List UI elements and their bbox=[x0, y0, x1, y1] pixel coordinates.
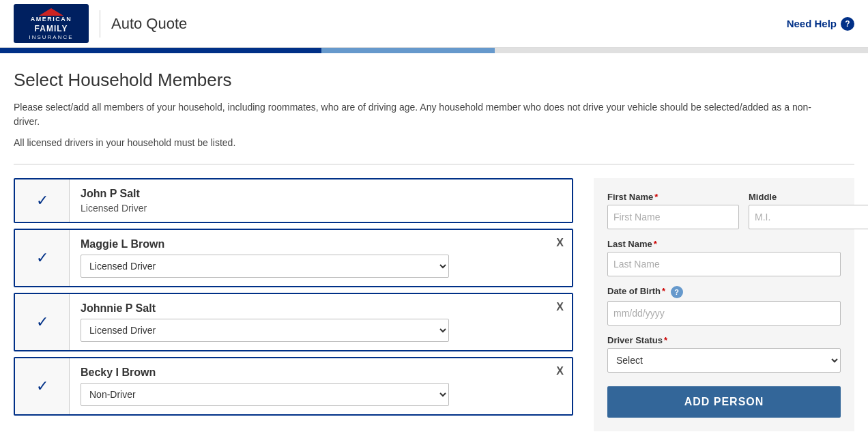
form-row-last-name: Last Name* bbox=[607, 239, 841, 276]
check-mark-icon: ✓ bbox=[36, 313, 48, 331]
section-divider bbox=[14, 164, 854, 164]
roof-icon bbox=[39, 8, 63, 16]
remove-member-button[interactable]: X bbox=[556, 237, 564, 249]
progress-segment-1 bbox=[0, 48, 321, 53]
form-group-dob: Date of Birth* ? bbox=[607, 286, 841, 326]
progress-segment-3 bbox=[495, 48, 668, 53]
driver-status-label: Driver Status* bbox=[607, 335, 841, 345]
form-group-first-name: First Name* bbox=[607, 192, 739, 229]
page-header-title: Auto Quote bbox=[111, 15, 187, 33]
member-info: Becky I BrownLicensed DriverNon-DriverX bbox=[70, 358, 572, 414]
remove-member-button[interactable]: X bbox=[556, 301, 564, 313]
member-info: Johnnie P SaltLicensed DriverNon-DriverX bbox=[70, 294, 572, 350]
member-name: John P Salt bbox=[81, 188, 561, 200]
member-check-area[interactable]: ✓ bbox=[15, 294, 70, 350]
progress-bar bbox=[0, 48, 868, 53]
required-star-dob: * bbox=[662, 286, 665, 296]
logo-divider bbox=[100, 10, 100, 38]
required-star-status: * bbox=[664, 335, 667, 345]
remove-member-button[interactable]: X bbox=[556, 365, 564, 377]
form-group-driver-status: Driver Status* SelectLicensed DriverNon-… bbox=[607, 335, 841, 373]
required-star: * bbox=[654, 192, 658, 202]
add-person-button[interactable]: ADD PERSON bbox=[607, 386, 841, 418]
check-mark-icon: ✓ bbox=[36, 192, 48, 210]
member-card: ✓Johnnie P SaltLicensed DriverNon-Driver… bbox=[14, 293, 573, 351]
help-icon[interactable]: ? bbox=[841, 17, 854, 31]
first-name-label: First Name* bbox=[607, 192, 739, 202]
dob-label: Date of Birth* ? bbox=[607, 286, 841, 298]
form-group-last-name: Last Name* bbox=[607, 239, 841, 276]
dob-input[interactable] bbox=[607, 301, 841, 326]
member-name: Johnnie P Salt bbox=[81, 302, 561, 315]
header: AMERICAN FAMILY INSURANCE Auto Quote Nee… bbox=[0, 0, 868, 48]
dob-help-icon[interactable]: ? bbox=[671, 286, 683, 298]
member-status-select[interactable]: Licensed DriverNon-Driver bbox=[81, 319, 449, 342]
member-info: John P SaltLicensed Driver bbox=[70, 179, 572, 222]
member-card: ✓John P SaltLicensed Driver bbox=[14, 178, 573, 223]
header-right: Need Help ? bbox=[787, 17, 854, 31]
member-dropdown-row: Licensed DriverNon-Driver bbox=[81, 383, 561, 406]
description-text-2: All licensed drivers in your household m… bbox=[14, 136, 854, 150]
member-info: Maggie L BrownLicensed DriverNon-DriverX bbox=[70, 230, 572, 286]
logo-text-insurance: INSURANCE bbox=[29, 34, 73, 40]
member-card: ✓Becky I BrownLicensed DriverNon-DriverX bbox=[14, 357, 573, 416]
member-dropdown-row: Licensed DriverNon-Driver bbox=[81, 319, 561, 342]
roof-wrap bbox=[20, 8, 82, 16]
driver-status-select[interactable]: SelectLicensed DriverNon-DriverPermit Dr… bbox=[607, 348, 841, 373]
logo-text-family: FAMILY bbox=[35, 24, 68, 33]
middle-label: Middle bbox=[749, 192, 868, 202]
form-row-dob: Date of Birth* ? bbox=[607, 286, 841, 326]
form-row-driver-status: Driver Status* SelectLicensed DriverNon-… bbox=[607, 335, 841, 373]
progress-segment-2 bbox=[321, 48, 495, 53]
required-star-last: * bbox=[654, 239, 657, 249]
member-check-area[interactable]: ✓ bbox=[15, 358, 70, 414]
logo-area: AMERICAN FAMILY INSURANCE Auto Quote bbox=[14, 4, 187, 42]
last-name-input[interactable] bbox=[607, 252, 841, 276]
member-check-area[interactable]: ✓ bbox=[15, 179, 70, 222]
form-row-name: First Name* Middle bbox=[607, 192, 841, 229]
check-mark-icon: ✓ bbox=[36, 377, 48, 395]
member-status-select[interactable]: Licensed DriverNon-Driver bbox=[81, 383, 449, 406]
check-mark-icon: ✓ bbox=[36, 249, 48, 267]
logo-text-american: AMERICAN bbox=[31, 16, 72, 24]
member-status-text: Licensed Driver bbox=[81, 203, 561, 214]
form-group-middle: Middle bbox=[749, 192, 868, 229]
member-list: ✓John P SaltLicensed Driver✓Maggie L Bro… bbox=[14, 178, 573, 421]
member-dropdown-row: Licensed DriverNon-Driver bbox=[81, 255, 561, 278]
member-check-area[interactable]: ✓ bbox=[15, 230, 70, 286]
member-status-select[interactable]: Licensed DriverNon-Driver bbox=[81, 255, 449, 278]
member-name: Maggie L Brown bbox=[81, 238, 561, 250]
middle-input[interactable] bbox=[749, 205, 868, 229]
add-person-form: First Name* Middle Last Name* bbox=[594, 178, 854, 431]
two-col-layout: ✓John P SaltLicensed Driver✓Maggie L Bro… bbox=[14, 178, 854, 431]
amfam-logo: AMERICAN FAMILY INSURANCE bbox=[14, 4, 89, 42]
description-text-1: Please select/add all members of your ho… bbox=[14, 100, 833, 129]
need-help-link[interactable]: Need Help bbox=[787, 18, 837, 29]
main-content: Select Household Members Please select/a… bbox=[0, 53, 868, 445]
page-title: Select Household Members bbox=[14, 70, 854, 91]
member-name: Becky I Brown bbox=[81, 366, 561, 379]
member-card: ✓Maggie L BrownLicensed DriverNon-Driver… bbox=[14, 229, 573, 287]
first-name-input[interactable] bbox=[607, 205, 739, 229]
last-name-label: Last Name* bbox=[607, 239, 841, 249]
